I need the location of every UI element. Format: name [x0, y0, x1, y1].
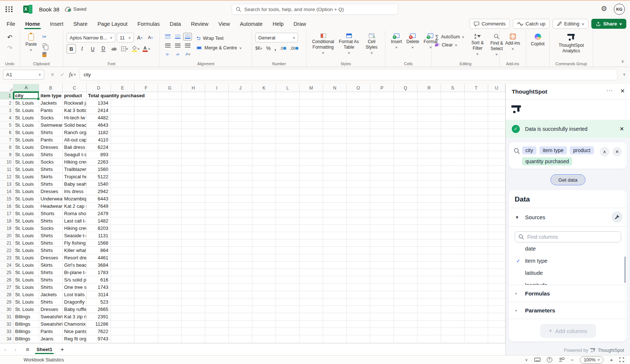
grid-cell[interactable]: [252, 313, 276, 321]
font-size-select[interactable]: 11∨: [117, 33, 134, 42]
grid-cell[interactable]: [417, 129, 441, 136]
grid-cell[interactable]: [441, 144, 465, 151]
row-header[interactable]: 27: [0, 284, 14, 291]
grid-cell[interactable]: [111, 122, 134, 129]
grid-cell[interactable]: [134, 247, 158, 254]
column-header[interactable]: K: [252, 84, 276, 92]
grid-cell[interactable]: Last call t-: [63, 217, 87, 225]
grid-cell[interactable]: Dragonfly l: [63, 298, 87, 306]
grid-cell[interactable]: [347, 291, 370, 298]
grid-cell[interactable]: [370, 225, 394, 232]
grid-cell[interactable]: 4643: [87, 122, 111, 129]
grid-cell[interactable]: [300, 328, 323, 335]
grid-cell[interactable]: [323, 99, 347, 107]
grid-cell[interactable]: [347, 210, 370, 217]
grid-cell[interactable]: [276, 166, 300, 173]
grid-cell[interactable]: 1783: [87, 269, 111, 276]
grid-cell[interactable]: [347, 122, 370, 129]
grid-cell[interactable]: [300, 269, 323, 276]
insert-function-button[interactable]: fx∨: [68, 70, 77, 79]
grid-cell[interactable]: [158, 298, 182, 306]
share-button[interactable]: Share ∨: [591, 19, 626, 29]
grid-cell[interactable]: St. Louis: [14, 298, 39, 306]
row-header[interactable]: 16: [0, 203, 14, 210]
grid-cell[interactable]: [182, 269, 205, 276]
currency-format-button[interactable]: $€∨: [255, 46, 262, 51]
grid-cell[interactable]: [276, 306, 300, 313]
grid-cell[interactable]: [370, 232, 394, 239]
row-header[interactable]: 15: [0, 195, 14, 203]
grid-cell[interactable]: [394, 232, 417, 239]
grid-cell[interactable]: [252, 203, 276, 210]
grid-cell[interactable]: [182, 298, 205, 306]
menu-tab-page-layout[interactable]: Page Layout: [98, 18, 127, 30]
grid-cell[interactable]: [323, 195, 347, 203]
grid-cell[interactable]: [134, 181, 158, 188]
grid-cell[interactable]: [488, 262, 505, 269]
grid-cell[interactable]: [323, 203, 347, 210]
grid-cell[interactable]: [465, 114, 488, 122]
grid-cell[interactable]: [182, 306, 205, 313]
column-header[interactable]: Q: [394, 84, 417, 92]
grid-cell[interactable]: [182, 188, 205, 195]
row-header[interactable]: 31: [0, 313, 14, 321]
grid-cell[interactable]: [323, 306, 347, 313]
grid-cell[interactable]: [158, 99, 182, 107]
grid-cell[interactable]: Hiking crew: [63, 225, 87, 232]
grid-cell[interactable]: [276, 313, 300, 321]
autosum-button[interactable]: ∑AutoSum∨: [435, 34, 464, 40]
grid-cell[interactable]: [370, 195, 394, 203]
grid-cell[interactable]: St. Louis: [14, 151, 39, 158]
grid-cell[interactable]: [323, 232, 347, 239]
grid-cell[interactable]: [252, 335, 276, 343]
grid-cell[interactable]: [488, 254, 505, 262]
grid-cell[interactable]: [488, 173, 505, 181]
grid-cell[interactable]: [111, 328, 134, 335]
column-header[interactable]: C: [63, 84, 87, 92]
grid-cell[interactable]: [323, 166, 347, 173]
grid-cell[interactable]: [158, 291, 182, 298]
grid-cell[interactable]: [111, 144, 134, 151]
grid-cell[interactable]: [417, 313, 441, 321]
grid-cell[interactable]: Baby ruffle: [63, 306, 87, 313]
grid-cell[interactable]: [441, 107, 465, 114]
grid-cell[interactable]: [276, 114, 300, 122]
grid-cell[interactable]: St. Louis: [14, 107, 39, 114]
grid-cell[interactable]: [394, 276, 417, 284]
grid-cell[interactable]: [347, 173, 370, 181]
grid-cell[interactable]: [347, 306, 370, 313]
name-box[interactable]: A1∨: [3, 70, 44, 80]
search-query-card[interactable]: cityitem typeproductquantity purchased ∧…: [509, 142, 627, 169]
grid-cell[interactable]: [394, 217, 417, 225]
grid-cell[interactable]: [370, 144, 394, 151]
grid-cell[interactable]: [417, 284, 441, 291]
grid-cell[interactable]: [205, 122, 229, 129]
grid-cell[interactable]: [229, 107, 252, 114]
wrap-text-button[interactable]: ⮌Wrap Text: [196, 36, 242, 41]
grid-cell[interactable]: [229, 144, 252, 151]
grid-cell[interactable]: [441, 262, 465, 269]
grid-cell[interactable]: [370, 173, 394, 181]
grid-cell[interactable]: [205, 217, 229, 225]
grid-cell[interactable]: St. Louis: [14, 269, 39, 276]
grid-cell[interactable]: [394, 210, 417, 217]
grid-cell[interactable]: [158, 195, 182, 203]
grid-cell[interactable]: [441, 225, 465, 232]
grid-cell[interactable]: [347, 99, 370, 107]
grid-cell[interactable]: [276, 92, 300, 99]
grid-cell[interactable]: [182, 203, 205, 210]
grid-cell[interactable]: [394, 254, 417, 262]
grid-cell[interactable]: [182, 335, 205, 343]
italic-button[interactable]: I: [77, 44, 87, 53]
grid-cell[interactable]: Underwear: [39, 195, 63, 203]
grid-cell[interactable]: St. Louis: [14, 181, 39, 188]
grid-cell[interactable]: [323, 247, 347, 254]
grid-cell[interactable]: [417, 269, 441, 276]
grid-cell[interactable]: [229, 298, 252, 306]
grid-cell[interactable]: [276, 328, 300, 335]
grid-cell[interactable]: [229, 291, 252, 298]
app-launcher-icon[interactable]: [6, 6, 13, 12]
grid-cell[interactable]: [417, 158, 441, 166]
grid-cell[interactable]: [347, 239, 370, 247]
grid-cell[interactable]: [441, 129, 465, 136]
